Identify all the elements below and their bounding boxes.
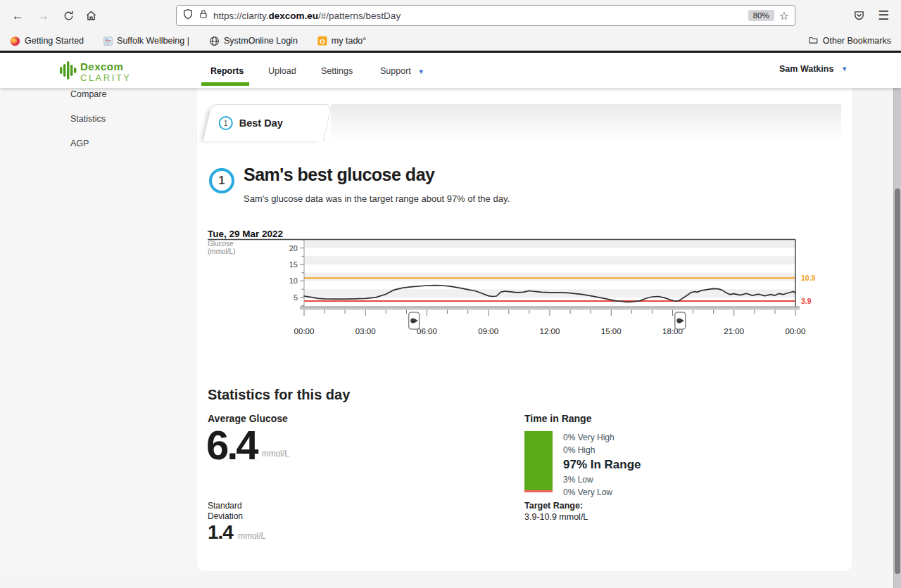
svg-text:12:00: 12:00 (540, 327, 560, 335)
time-in-range-bar (524, 431, 553, 492)
svg-text:3.9: 3.9 (801, 297, 812, 305)
sidebar-item-agp[interactable]: AGP (70, 139, 89, 148)
nav-settings[interactable]: Settings (321, 66, 353, 76)
svg-text:09:00: 09:00 (478, 327, 498, 335)
nav-upload[interactable]: Upload (268, 66, 296, 76)
tir-bar-low-segment (524, 490, 553, 492)
tir-row-high: 0% High (563, 445, 641, 455)
svg-text:00:00: 00:00 (294, 327, 315, 335)
tab-best-day[interactable]: 1 Best Day (203, 104, 332, 141)
shield-icon[interactable] (182, 8, 194, 23)
zoom-level-badge[interactable]: 80% (748, 10, 774, 21)
bookmark-item[interactable]: Omy tado° (317, 36, 366, 46)
tir-bar-in-range-segment (524, 431, 553, 490)
stats-section-title: Statistics for this day (208, 387, 350, 403)
tir-row-in-range: 97% In Range (563, 458, 641, 472)
firefox-icon (10, 36, 20, 46)
sidebar-item-compare[interactable]: Compare (70, 89, 106, 99)
svg-text:10: 10 (289, 276, 298, 285)
average-glucose: 6.4 mmol/L (206, 424, 289, 466)
std-dev-value: 1.4 (208, 522, 233, 543)
page-title: Sam's best glucose day (244, 165, 434, 185)
logo-clarity: CLARITY (80, 72, 131, 83)
user-name: Sam Watkins (779, 64, 833, 74)
tabstrip-shade (331, 104, 841, 141)
user-menu[interactable]: Sam Watkins ▼ (779, 64, 848, 74)
tir-row-low: 3% Low (563, 475, 641, 485)
active-tab-underline (201, 82, 249, 86)
dexcom-bars-icon (60, 59, 77, 84)
chevron-down-icon: ▼ (841, 65, 848, 72)
bookmarks-bar: Getting StartedSuffolk Wellbeing |SystmO… (0, 31, 901, 51)
forward-icon[interactable]: → (32, 6, 53, 25)
bookmark-item[interactable]: Suffolk Wellbeing | (103, 36, 189, 46)
bookmark-item[interactable]: Getting Started (10, 36, 84, 46)
webpage-icon (103, 37, 113, 46)
svg-text:06:00: 06:00 (417, 327, 437, 335)
tado-icon: O (317, 36, 327, 46)
svg-text:Glucose: Glucose (208, 240, 234, 248)
reload-icon[interactable] (58, 6, 79, 25)
svg-text:(mmol/L): (mmol/L) (208, 248, 235, 255)
page-subtitle: Sam's glucose data was in the target ran… (244, 193, 510, 204)
bookmark-label: Suffolk Wellbeing | (117, 36, 189, 46)
other-bookmarks-button[interactable]: Other Bookmarks (808, 31, 891, 51)
time-in-range-label: Time in Range (524, 413, 591, 424)
back-icon[interactable]: ← (7, 6, 28, 25)
std-dev-units: mmol/L (238, 531, 265, 541)
time-in-range-breakdown: 0% Very High0% High97% In Range3% Low0% … (563, 433, 641, 500)
other-bookmarks-label: Other Bookmarks (823, 36, 891, 46)
svg-text:10.9: 10.9 (801, 274, 816, 282)
chart-plot-area: 5101520Glucose(mmol/L)10.93.900:0003:000… (208, 238, 827, 345)
logo-dexcom: Dexcom (80, 60, 131, 72)
nav-reports[interactable]: Reports (210, 66, 244, 76)
svg-text:15: 15 (289, 260, 298, 269)
target-range-label: Target Range: (524, 501, 583, 511)
scrollbar-thumb[interactable] (895, 188, 900, 574)
url-bar[interactable]: https://clarity.dexcom.eu/#/patterns/bes… (176, 5, 795, 26)
event-marker[interactable] (675, 312, 686, 329)
globe-icon (209, 36, 220, 46)
report-card: 1 Best Day 1 Sam's best glucose day Sam'… (197, 88, 852, 571)
bookmark-item[interactable]: SystmOnline Login (209, 36, 298, 46)
tab-label: Best Day (239, 117, 283, 129)
url-text: https://clarity.dexcom.eu/#/patterns/bes… (213, 11, 743, 21)
event-marker[interactable] (409, 312, 420, 329)
svg-text:03:00: 03:00 (355, 327, 376, 335)
chevron-down-icon: ▼ (418, 68, 424, 75)
svg-text:21:00: 21:00 (724, 327, 744, 335)
browser-toolbar: ← → https://clarity.dexcom.eu/#/p (0, 0, 901, 31)
tir-row-very-low: 0% Very Low (563, 487, 641, 497)
svg-text:15:00: 15:00 (601, 327, 622, 335)
screen: ← → https://clarity.dexcom.eu/#/p (0, 0, 901, 588)
target-range-value: 3.9-10.9 mmol/L (524, 512, 588, 522)
svg-text:O: O (320, 37, 325, 45)
bookmark-label: SystmOnline Login (224, 36, 298, 46)
bookmark-label: Getting Started (25, 36, 84, 46)
tab-number-badge: 1 (219, 116, 233, 130)
tir-row-very-high: 0% Very High (563, 433, 641, 442)
std-dev: 1.4 mmol/L (208, 522, 265, 543)
pattern-number-badge: 1 (209, 168, 234, 193)
sidebar-item-statistics[interactable]: Statistics (70, 114, 106, 124)
home-icon[interactable] (80, 6, 101, 25)
menu-icon[interactable]: ☰ (873, 6, 894, 25)
folder-icon (808, 35, 819, 47)
average-glucose-value: 6.4 (206, 424, 257, 466)
app-header: Dexcom CLARITY ReportsUploadSettingsSupp… (0, 53, 901, 88)
chart-date: Tue, 29 Mar 2022 (208, 229, 283, 239)
nav-support[interactable]: Support▼ (380, 66, 424, 76)
std-dev-label: Standard Deviation (208, 501, 257, 521)
glucose-chart: Tue, 29 Mar 2022 5101520Glucose(mmol/L)1… (208, 229, 827, 348)
lock-icon[interactable] (199, 8, 208, 23)
bookmark-star-icon[interactable]: ☆ (779, 9, 789, 23)
svg-text:20: 20 (289, 244, 298, 253)
average-glucose-units: mmol/L (262, 449, 289, 459)
dexcom-clarity-logo[interactable]: Dexcom CLARITY (60, 59, 131, 84)
scrollbar-track[interactable] (893, 53, 901, 588)
sidebar: CompareStatisticsAGP (0, 88, 196, 571)
pocket-icon[interactable] (848, 6, 869, 25)
svg-text:00:00: 00:00 (786, 327, 806, 335)
svg-text:5: 5 (294, 293, 298, 302)
bookmark-label: my tado° (332, 36, 366, 46)
